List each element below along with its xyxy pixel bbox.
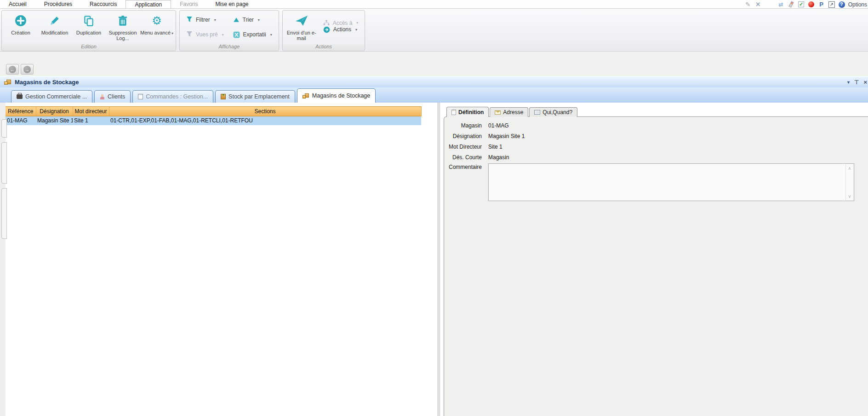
menu-mise-en-page[interactable]: Mise en page [206, 0, 257, 8]
des-courte-value[interactable]: Magasin [488, 154, 509, 161]
comment-scrollbar[interactable]: ∧ ∨ [845, 164, 853, 200]
validate-icon[interactable]: ✎ [744, 1, 752, 8]
definition-form: Magasin 01-MAG Désignation Magasin Site … [440, 120, 868, 173]
cell-designation: Magasin Site 1 [36, 116, 73, 125]
stock-box-icon [221, 94, 226, 99]
trash-icon [117, 13, 129, 28]
caret-down-icon: ▾ [258, 18, 260, 22]
cell-reference: 01-MAG [6, 116, 36, 125]
page-title: Magasins de Stockage [15, 79, 79, 86]
titlebar-dropdown-icon[interactable]: ▾ [847, 80, 850, 85]
actions-button[interactable]: Actions ▾ [319, 26, 363, 33]
column-header-mot-directeur[interactable]: Mot directeur [73, 107, 109, 116]
tab-stock-par-emplacement[interactable]: Stock par Emplacement [215, 90, 295, 103]
ribbon-group-edition: Création Modification Duplication Suppre… [1, 10, 176, 51]
cell-sections: 01-CTR,01-EXP,01-FAB,01-MAG,01-RETCLI,01… [109, 116, 421, 125]
tab-qui-quand[interactable]: Qui,Quand? [529, 107, 577, 117]
document-title-bar: Magasins de Stockage ▾ ⊤ × [0, 76, 868, 87]
cancel-icon[interactable]: ✕ [754, 1, 762, 8]
menu-bar: Accueil Procédures Raccourcis Applicatio… [0, 0, 868, 9]
detail-tab-bar: Définition Adresse Qui,Quand? [446, 107, 578, 117]
tab-adresse[interactable]: Adresse [490, 107, 528, 117]
acces-a-button[interactable]: Accès à ▾ [319, 20, 363, 26]
refresh-icon[interactable]: ⇄ [777, 1, 785, 8]
ribbon-group-actions: Envoi d'un e-mail Accès à ▾ Actions ▾ Ac… [282, 10, 365, 51]
suppression-button[interactable]: Suppression Log... [106, 12, 140, 41]
column-header-designation[interactable]: Désignation [36, 107, 73, 116]
scroll-up-icon[interactable]: ∧ [848, 166, 851, 171]
record-icon[interactable] [808, 1, 815, 8]
paper-plane-icon [295, 13, 308, 28]
table-header-row: Référence Désignation Mot directeur Sect… [6, 107, 421, 116]
column-header-sections[interactable]: Sections [109, 107, 421, 116]
back-button[interactable]: ← [6, 64, 19, 75]
document-tab-strip: Gestion Commerciale ... Clients Commande… [0, 87, 868, 103]
creation-button[interactable]: Création [4, 12, 38, 35]
ribbon-group-affichage: Filtrer ▾ Trier ▾ Vues pré ▾ Exportatii … [179, 10, 279, 51]
caret-down-icon: ▾ [222, 33, 224, 37]
field-des-courte: Dés. Courte Magasin [440, 152, 868, 162]
column-header-reference[interactable]: Référence [6, 107, 36, 116]
content-area: Référence Désignation Mot directeur Sect… [0, 103, 868, 416]
navigation-row: ← → [0, 52, 868, 76]
designation-value[interactable]: Magasin Site 1 [488, 133, 525, 139]
caret-down-icon: ▾ [270, 33, 272, 37]
field-designation: Désignation Magasin Site 1 [440, 131, 868, 141]
forward-arrow-icon: → [23, 66, 31, 73]
p-icon[interactable]: P [818, 1, 825, 8]
sidebar-collapsed-button[interactable] [1, 119, 7, 138]
monitor-icon [534, 110, 540, 115]
quick-access-toolbar: ✎ ✕ ⇄ ✓ P ↗ ? Options [744, 0, 868, 9]
menu-procedures[interactable]: Procédures [35, 0, 81, 8]
cell-mot-directeur: Site 1 [73, 116, 109, 125]
excel-export-icon [233, 31, 240, 38]
forward-button[interactable]: → [21, 64, 34, 75]
plus-circle-icon [15, 13, 27, 28]
menu-accueil[interactable]: Accueil [0, 0, 35, 8]
detail-pane: Définition Adresse Qui,Quand? Magasin 01… [440, 103, 868, 416]
pin-icon[interactable]: ⊤ [854, 79, 859, 86]
sort-up-icon [233, 17, 240, 23]
magasin-value[interactable]: 01-MAG [488, 122, 509, 129]
field-magasin: Magasin 01-MAG [440, 120, 868, 131]
briefcase-icon [17, 94, 23, 99]
menu-favoris[interactable]: Favoris [171, 0, 206, 8]
ribbon: Création Modification Duplication Suppre… [0, 9, 868, 52]
menu-avance-button[interactable]: ⚙ Menu avancé▾ [140, 12, 174, 36]
mot-directeur-value[interactable]: Site 1 [488, 144, 503, 150]
pencil-icon [49, 13, 61, 28]
highlighter-icon[interactable] [788, 1, 795, 8]
sidebar-collapsed-button[interactable] [1, 142, 7, 184]
arrow-circle-icon [323, 26, 330, 33]
menu-application[interactable]: Application [126, 0, 171, 8]
filtrer-button[interactable]: Filtrer ▾ [182, 16, 228, 23]
field-mot-directeur: Mot Directeur Site 1 [440, 141, 868, 152]
tab-clients[interactable]: Clients [94, 90, 131, 103]
modification-button[interactable]: Modification [38, 12, 72, 35]
vues-predefinies-button[interactable]: Vues pré ▾ [182, 31, 228, 38]
popout-icon[interactable]: ↗ [828, 1, 835, 8]
gear-icon: ⚙ [152, 13, 162, 28]
help-icon[interactable]: ? [838, 1, 845, 8]
scroll-down-icon[interactable]: ∨ [848, 194, 851, 199]
duplication-button[interactable]: Duplication [72, 12, 106, 35]
exportation-button[interactable]: Exportatii ▾ [228, 31, 277, 38]
warehouse-icon [303, 93, 309, 99]
caret-down-icon: ▾ [356, 21, 358, 25]
sidebar-collapsed-button[interactable] [1, 188, 7, 239]
tab-gestion-commerciale[interactable]: Gestion Commerciale ... [11, 90, 92, 103]
options-label[interactable]: Options [848, 1, 867, 8]
tab-definition[interactable]: Définition [446, 107, 489, 117]
caret-down-icon: ▾ [355, 28, 357, 32]
table-row[interactable]: 01-MAG Magasin Site 1 Site 1 01-CTR,01-E… [6, 116, 421, 125]
checklist-icon[interactable]: ✓ [798, 1, 805, 8]
document-icon [138, 94, 143, 99]
warehouse-icon [4, 79, 11, 85]
menu-raccourcis[interactable]: Raccourcis [81, 0, 126, 8]
tab-commandes[interactable]: Commandes : Gestion... [132, 90, 213, 103]
tab-magasins-de-stockage[interactable]: Magasins de Stockage [297, 88, 376, 103]
envoi-email-button[interactable]: Envoi d'un e-mail [285, 12, 319, 41]
trier-button[interactable]: Trier ▾ [228, 17, 277, 23]
commentaire-textarea[interactable]: ∧ ∨ [488, 163, 854, 201]
close-icon[interactable]: × [863, 79, 867, 86]
